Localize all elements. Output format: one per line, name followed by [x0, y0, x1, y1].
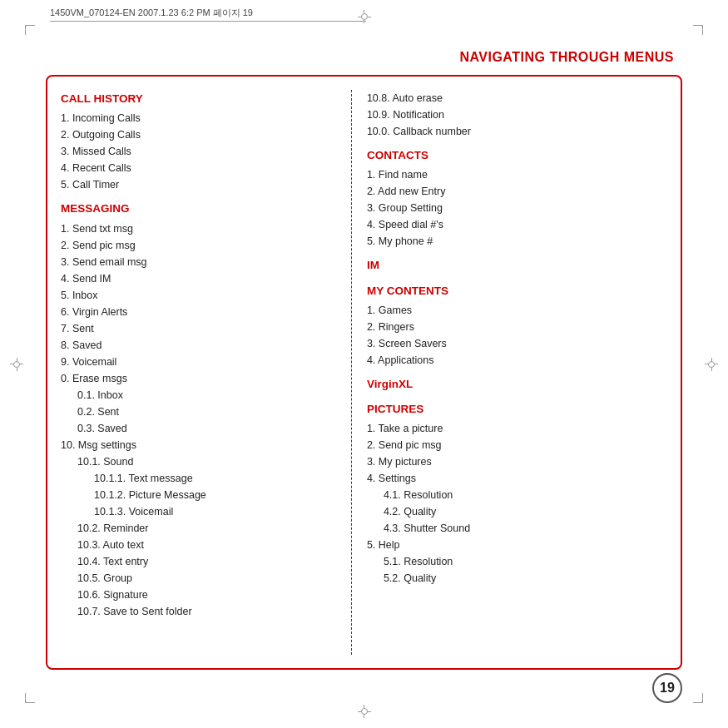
contacts-heading: CONTACTS: [367, 146, 667, 165]
list-item: 10.3. Auto text: [61, 537, 343, 553]
doc-header-text: 1450VM_070124-EN 2007.1.23 6:2 PM 페이지 19: [50, 7, 253, 19]
list-item: 10.4. Text entry: [61, 553, 343, 570]
list-item: 10.0. Callback number: [367, 123, 667, 140]
list-item: 5.1. Resolution: [367, 553, 667, 570]
list-item: 10.1.1. Text message: [61, 470, 343, 487]
corner-mark-bl: [25, 693, 35, 703]
list-item: 5.2. Quality: [367, 570, 667, 587]
list-item: 1. Send txt msg: [61, 220, 343, 237]
content-box: CALL HISTORY 1. Incoming Calls 2. Outgoi…: [46, 75, 682, 670]
page-title: NAVIGATING THROUGH MENUS: [459, 50, 674, 65]
pictures-list: 1. Take a picture 2. Send pic msg 3. My …: [367, 420, 667, 587]
corner-mark-br: [693, 693, 703, 703]
messaging-list: 1. Send txt msg 2. Send pic msg 3. Send …: [61, 220, 343, 620]
contacts-list: 1. Find name 2. Add new Entry 3. Group S…: [367, 166, 667, 250]
list-item: 8. Saved: [61, 337, 343, 354]
corner-mark-tr: [693, 25, 703, 35]
im-heading: IM: [367, 256, 667, 275]
cont-list: 10.8. Auto erase 10.9. Notification 10.0…: [367, 90, 667, 140]
list-item: 3. Group Setting: [367, 200, 667, 216]
list-item: 1. Take a picture: [367, 420, 667, 437]
list-item: 10. Msg settings: [61, 437, 343, 453]
list-item: 0.2. Sent: [61, 404, 343, 420]
left-column: CALL HISTORY 1. Incoming Calls 2. Outgoi…: [61, 90, 352, 655]
list-item: 10.9. Notification: [367, 106, 667, 123]
my-contents-list: 1. Games 2. Ringers 3. Screen Savers 4. …: [367, 302, 667, 369]
list-item: 2. Add new Entry: [367, 183, 667, 200]
list-item: 4.2. Quality: [367, 503, 667, 520]
list-item: 2. Ringers: [367, 319, 667, 335]
list-item: 4. Recent Calls: [61, 160, 343, 176]
right-column: 10.8. Auto erase 10.9. Notification 10.0…: [352, 90, 667, 655]
list-item: 0.1. Inbox: [61, 387, 343, 404]
list-item: 0. Erase msgs: [61, 370, 343, 387]
list-item: 10.1. Sound: [61, 453, 343, 470]
list-item: 4. Applications: [367, 352, 667, 369]
list-item: 4.3. Shutter Sound: [367, 520, 667, 537]
list-item: 10.2. Reminder: [61, 520, 343, 537]
list-item: 3. Screen Savers: [367, 335, 667, 352]
pictures-heading: PICTURES: [367, 400, 667, 418]
list-item: 1. Incoming Calls: [61, 110, 343, 126]
list-item: 4.1. Resolution: [367, 487, 667, 503]
list-item: 7. Sent: [61, 320, 343, 337]
list-item: 1. Find name: [367, 166, 667, 183]
list-item: 0.3. Saved: [61, 420, 343, 437]
reg-mark-right: [705, 358, 718, 371]
call-history-list: 1. Incoming Calls 2. Outgoing Calls 3. M…: [61, 110, 343, 193]
list-item: 9. Voicemail: [61, 354, 343, 370]
list-item: 5. Inbox: [61, 287, 343, 304]
list-item: 10.1.2. Picture Message: [61, 487, 343, 503]
list-item: 10.5. Group: [61, 570, 343, 587]
page-number: 19: [652, 673, 682, 703]
list-item: 3. Send email msg: [61, 254, 343, 270]
my-contents-heading: MY CONTENTS: [367, 282, 667, 300]
call-history-heading: CALL HISTORY: [61, 90, 343, 108]
list-item: 2. Send pic msg: [367, 437, 667, 453]
list-item: 5. Call Timer: [61, 176, 343, 193]
list-item: 10.1.3. Voicemail: [61, 503, 343, 520]
list-item: 2. Send pic msg: [61, 237, 343, 254]
list-item: 4. Send IM: [61, 270, 343, 287]
list-item: 5. My phone #: [367, 233, 667, 250]
list-item: 3. Missed Calls: [61, 143, 343, 160]
virginxl-heading: VirginXL: [367, 375, 667, 394]
reg-mark-bottom: [358, 705, 371, 718]
list-item: 10.8. Auto erase: [367, 90, 667, 106]
list-item: 4. Speed dial #'s: [367, 216, 667, 233]
reg-mark-left: [10, 358, 23, 371]
list-item: 4. Settings: [367, 470, 667, 487]
list-item: 10.7. Save to Sent folder: [61, 603, 343, 620]
list-item: 6. Virgin Alerts: [61, 304, 343, 320]
list-item: 3. My pictures: [367, 453, 667, 470]
list-item: 5. Help: [367, 537, 667, 553]
messaging-heading: MESSAGING: [61, 200, 343, 218]
doc-header: 1450VM_070124-EN 2007.1.23 6:2 PM 페이지 19: [50, 7, 366, 22]
list-item: 1. Games: [367, 302, 667, 319]
list-item: 2. Outgoing Calls: [61, 126, 343, 143]
corner-mark-tl: [25, 25, 35, 35]
list-item: 10.6. Signature: [61, 587, 343, 603]
